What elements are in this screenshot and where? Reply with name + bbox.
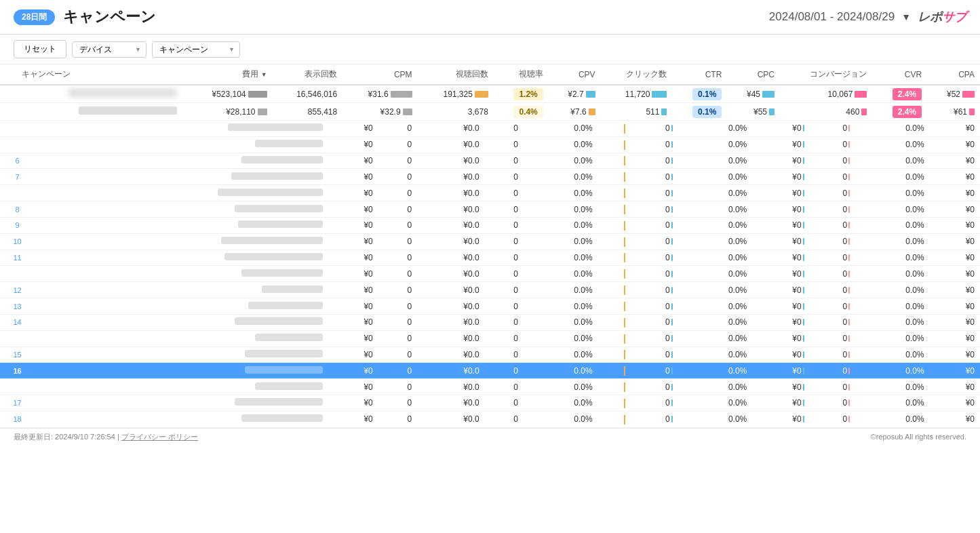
cpv-cell bbox=[598, 121, 633, 136]
cost-cell: ¥0 bbox=[328, 153, 378, 169]
row-num-cell: 12 bbox=[0, 282, 35, 298]
col-header-cpc[interactable]: CPC bbox=[727, 64, 780, 85]
clicks-cell: 0 bbox=[632, 201, 678, 218]
date-dropdown-button[interactable]: ▼ bbox=[901, 12, 911, 22]
cpa-cell: ¥0 bbox=[930, 298, 980, 315]
clicks-cell: 0 bbox=[632, 217, 678, 233]
vtr-cell: 0.0% bbox=[524, 411, 598, 427]
cpm-cell: ¥0.0 bbox=[417, 266, 485, 282]
views-cell: 0 bbox=[485, 250, 524, 266]
vtr-cell: 0.0% bbox=[524, 395, 598, 412]
cpc-cell: ¥0 bbox=[752, 363, 809, 379]
cost-cell: ¥0 bbox=[328, 217, 378, 233]
cpa-cell: ¥0 bbox=[930, 233, 980, 250]
cpc-cell: ¥0 bbox=[752, 411, 809, 427]
clicks-cell: 0 bbox=[632, 233, 678, 250]
conv-cell: 0 bbox=[810, 282, 855, 298]
cpm-cell: ¥31.6 bbox=[342, 85, 417, 103]
ctr-cell: 0.1% bbox=[672, 85, 727, 103]
campaign-name-cell bbox=[35, 136, 328, 153]
ctr-cell: 0.0% bbox=[678, 233, 753, 250]
cpa-cell: ¥0 bbox=[930, 395, 980, 412]
cpc-cell: ¥0 bbox=[752, 314, 809, 330]
vtr-cell: 0.0% bbox=[524, 233, 598, 250]
cpa-cell: ¥0 bbox=[930, 282, 980, 298]
cpm-cell: ¥0.0 bbox=[417, 395, 485, 412]
cvr-cell: 0.0% bbox=[855, 250, 930, 266]
cvr-cell: 0.0% bbox=[855, 136, 930, 153]
cpv-cell bbox=[598, 379, 633, 395]
cvr-cell: 0.0% bbox=[855, 169, 930, 185]
cpv-cell bbox=[598, 217, 633, 233]
campaign-filter[interactable]: キャンペーン bbox=[152, 41, 240, 58]
device-filter[interactable]: デバイス bbox=[72, 41, 146, 58]
cost-cell: ¥0 bbox=[328, 266, 378, 282]
col-header-vtr[interactable]: 視聴率 bbox=[494, 64, 549, 85]
impressions-cell: 0 bbox=[378, 266, 417, 282]
conv-cell: 0 bbox=[810, 266, 855, 282]
privacy-policy-link[interactable]: プライバシー ポリシー bbox=[121, 433, 198, 441]
views-cell: 0 bbox=[485, 282, 524, 298]
col-header-cost[interactable]: 費用 ▼ bbox=[182, 64, 272, 85]
conv-cell: 0 bbox=[810, 121, 855, 136]
cost-cell: ¥0 bbox=[328, 185, 378, 201]
ctr-cell: 0.0% bbox=[678, 379, 753, 395]
cvr-cell: 0.0% bbox=[855, 347, 930, 363]
cpa-cell: ¥0 bbox=[930, 185, 980, 201]
col-header-campaign[interactable]: キャンペーン bbox=[16, 64, 182, 85]
col-header-views[interactable]: 視聴回数 bbox=[418, 64, 494, 85]
data-table: キャンペーン 費用 ▼ 表示回数 CPM 視聴回数 視聴率 CPV クリック数 … bbox=[0, 64, 980, 121]
cpv-cell bbox=[598, 363, 633, 379]
ctr-cell: 0.0% bbox=[678, 298, 753, 315]
vtr-cell: 0.0% bbox=[524, 185, 598, 201]
conv-cell: 0 bbox=[810, 201, 855, 218]
col-header-conv[interactable]: コンバージョン bbox=[780, 64, 872, 85]
table-row: 10 ¥0 0 ¥0.0 0 0.0% 0 0.0% ¥0 0 bbox=[0, 233, 980, 250]
table-row: ¥0 0 ¥0.0 0 0.0% 0 0.0% ¥0 0 0.0% bbox=[0, 121, 980, 136]
col-header-clicks[interactable]: クリック数 bbox=[601, 64, 673, 85]
col-header-impressions[interactable]: 表示回数 bbox=[273, 64, 343, 85]
cpa-cell: ¥0 bbox=[930, 217, 980, 233]
cpm-cell: ¥0.0 bbox=[417, 347, 485, 363]
cpv-cell bbox=[598, 153, 633, 169]
conv-cell: 0 bbox=[810, 153, 855, 169]
reset-button[interactable]: リセット bbox=[14, 40, 66, 58]
table-row: ¥523,104 16,546,016 ¥31.6 191,325 bbox=[0, 85, 980, 103]
views-cell: 0 bbox=[485, 298, 524, 315]
col-header-cpv[interactable]: CPV bbox=[549, 64, 601, 85]
impressions-cell: 0 bbox=[378, 153, 417, 169]
campaign-name-cell bbox=[35, 217, 328, 233]
clicks-cell: 0 bbox=[632, 266, 678, 282]
views-cell: 0 bbox=[485, 185, 524, 201]
col-header-row-num bbox=[0, 64, 16, 85]
views-cell: 191,325 bbox=[418, 85, 494, 103]
ctr-cell: 0.0% bbox=[678, 282, 753, 298]
campaign-name-cell bbox=[35, 363, 328, 379]
cpm-cell: ¥0.0 bbox=[417, 250, 485, 266]
campaign-name-cell bbox=[35, 330, 328, 347]
cpa-cell: ¥0 bbox=[930, 266, 980, 282]
table-row: 13 ¥0 0 ¥0.0 0 0.0% 0 0.0% ¥0 0 bbox=[0, 298, 980, 315]
clicks-cell: 0 bbox=[632, 282, 678, 298]
cpm-cell: ¥0.0 bbox=[417, 363, 485, 379]
cpm-cell: ¥0.0 bbox=[417, 169, 485, 185]
ctr-cell: 0.0% bbox=[678, 201, 753, 218]
table-row: 6 ¥0 0 ¥0.0 0 0.0% 0 0.0% ¥0 0 bbox=[0, 153, 980, 169]
ctr-cell: 0.0% bbox=[678, 363, 753, 379]
cpc-cell: ¥0 bbox=[752, 201, 809, 218]
col-header-cvr[interactable]: CVR bbox=[872, 64, 927, 85]
campaign-name-cell bbox=[35, 121, 328, 136]
clicks-cell: 0 bbox=[632, 314, 678, 330]
row-num-cell: 7 bbox=[0, 169, 35, 185]
col-header-ctr[interactable]: CTR bbox=[672, 64, 727, 85]
cost-cell: ¥0 bbox=[328, 298, 378, 315]
cpm-cell: ¥0.0 bbox=[417, 201, 485, 218]
col-header-cpa[interactable]: CPA bbox=[927, 64, 980, 85]
impressions-cell: 0 bbox=[378, 298, 417, 315]
cost-cell: ¥0 bbox=[328, 395, 378, 412]
ctr-cell: 0.0% bbox=[678, 185, 753, 201]
ctr-cell: 0.0% bbox=[678, 330, 753, 347]
clicks-cell: 0 bbox=[632, 153, 678, 169]
table-row: 16 ¥0 0 ¥0.0 0 0.0% 0 0.0% ¥0 0 bbox=[0, 363, 980, 379]
col-header-cpm[interactable]: CPM bbox=[342, 64, 417, 85]
